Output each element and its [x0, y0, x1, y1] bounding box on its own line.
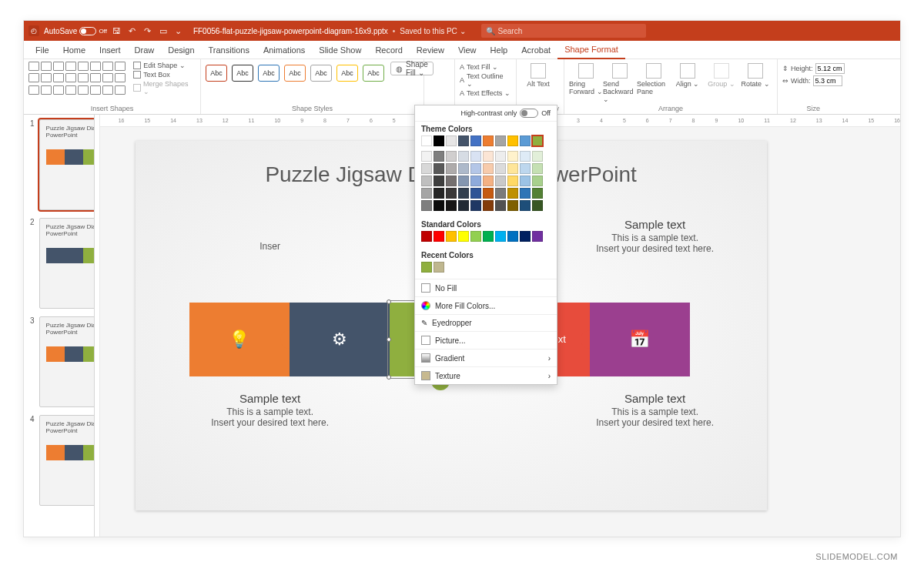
align-button[interactable]: Align ⌄ [671, 62, 705, 103]
color-swatch[interactable] [446, 135, 457, 146]
slide-thumbnail[interactable]: Puzzle Jigsaw Diagram for PowerPoint [39, 316, 95, 407]
callout-top-right[interactable]: Sample text This is a sample text. Inser… [567, 218, 744, 254]
callout-top-left[interactable]: Inser [182, 241, 359, 252]
color-swatch[interactable] [446, 151, 457, 162]
color-swatch[interactable] [470, 151, 481, 162]
tab-help[interactable]: Help [484, 41, 515, 59]
search-input[interactable]: 🔍 Search [481, 24, 646, 38]
color-swatch[interactable] [532, 135, 543, 146]
height-field[interactable]: ⇕Height: [782, 63, 845, 74]
color-swatch[interactable] [495, 200, 506, 211]
color-swatch[interactable] [532, 200, 543, 211]
save-status[interactable]: Saved to this PC ⌄ [400, 27, 465, 35]
tab-acrobat[interactable]: Acrobat [514, 41, 557, 59]
color-swatch[interactable] [483, 200, 494, 211]
color-swatch[interactable] [507, 231, 518, 242]
color-swatch[interactable] [532, 231, 543, 242]
autosave-toggle[interactable]: AutoSave Off [44, 27, 107, 35]
slide-thumbnail[interactable]: Puzzle Jigsaw Diagram for PowerPoint [39, 119, 95, 210]
tab-slideshow[interactable]: Slide Show [312, 41, 368, 59]
qat-dropdown-icon[interactable]: ⌄ [173, 25, 184, 36]
color-swatch[interactable] [458, 200, 469, 211]
puzzle-piece-5[interactable]: 📅 [590, 303, 690, 376]
color-swatch[interactable] [532, 151, 543, 162]
resize-handle[interactable] [387, 337, 391, 342]
high-contrast-toggle[interactable] [520, 109, 538, 118]
text-fill-button[interactable]: AText Fill ⌄ [460, 63, 511, 71]
tab-shape-format[interactable]: Shape Format [557, 41, 625, 59]
merge-shapes-button[interactable]: Merge Shapes ⌄ [133, 80, 196, 95]
color-swatch[interactable] [483, 163, 494, 174]
color-swatch[interactable] [495, 231, 506, 242]
tab-review[interactable]: Review [410, 41, 451, 59]
color-swatch[interactable] [520, 163, 531, 174]
color-swatch[interactable] [421, 262, 432, 273]
color-swatch[interactable] [520, 188, 531, 199]
slide-thumbnail[interactable]: Puzzle Jigsaw Diagram for PowerPoint [39, 218, 95, 309]
picture-fill-item[interactable]: Picture... [415, 331, 557, 349]
slide-thumbnail[interactable]: Puzzle Jigsaw Diagram for PowerPoint [39, 415, 95, 506]
tab-draw[interactable]: Draw [128, 41, 162, 59]
text-effects-button[interactable]: AText Effects ⌄ [460, 89, 511, 97]
selection-pane-button[interactable]: Selection Pane [637, 62, 671, 103]
rotate-button[interactable]: Rotate ⌄ [738, 62, 772, 103]
color-swatch[interactable] [421, 231, 432, 242]
texture-fill-item[interactable]: Texture› [415, 366, 557, 384]
color-swatch[interactable] [421, 135, 432, 146]
color-swatch[interactable] [507, 135, 518, 146]
tab-record[interactable]: Record [368, 41, 409, 59]
save-icon[interactable]: 🖫 [112, 25, 122, 36]
color-swatch[interactable] [470, 135, 481, 146]
color-swatch[interactable] [446, 200, 457, 211]
color-swatch[interactable] [421, 151, 432, 162]
color-swatch[interactable] [483, 135, 494, 146]
color-swatch[interactable] [495, 151, 506, 162]
color-swatch[interactable] [507, 188, 518, 199]
color-swatch[interactable] [458, 188, 469, 199]
no-fill-item[interactable]: No Fill [415, 279, 557, 296]
start-slideshow-icon[interactable]: ▭ [158, 25, 169, 36]
tab-insert[interactable]: Insert [92, 41, 128, 59]
color-swatch[interactable] [470, 176, 481, 186]
tab-design[interactable]: Design [161, 41, 201, 59]
width-field[interactable]: ⇔Width: [782, 75, 845, 86]
color-swatch[interactable] [434, 200, 444, 211]
send-backward-button[interactable]: Send Backward ⌄ [603, 62, 637, 103]
tab-file[interactable]: File [28, 41, 56, 59]
color-swatch[interactable] [532, 176, 543, 186]
tab-view[interactable]: View [451, 41, 484, 59]
color-swatch[interactable] [434, 163, 444, 174]
callout-bottom-left[interactable]: Sample text This is a sample text. Inser… [182, 392, 359, 428]
color-swatch[interactable] [446, 163, 457, 174]
color-swatch[interactable] [434, 176, 444, 186]
group-button[interactable]: Group ⌄ [705, 62, 738, 103]
color-swatch[interactable] [446, 176, 457, 186]
color-swatch[interactable] [495, 163, 506, 174]
text-outline-button[interactable]: AText Outline ⌄ [460, 72, 511, 88]
color-swatch[interactable] [421, 188, 432, 199]
color-swatch[interactable] [520, 176, 531, 186]
resize-handle[interactable] [387, 375, 391, 380]
color-swatch[interactable] [434, 151, 444, 162]
tab-animations[interactable]: Animations [256, 41, 312, 59]
color-swatch[interactable] [470, 163, 481, 174]
color-swatch[interactable] [434, 188, 444, 199]
color-swatch[interactable] [421, 163, 432, 174]
color-swatch[interactable] [458, 151, 469, 162]
color-swatch[interactable] [520, 151, 531, 162]
color-swatch[interactable] [458, 231, 469, 242]
color-swatch[interactable] [495, 135, 506, 146]
color-swatch[interactable] [470, 188, 481, 199]
undo-icon[interactable]: ↶ [127, 25, 138, 36]
color-swatch[interactable] [434, 135, 444, 146]
text-box-button[interactable]: Text Box [133, 71, 196, 79]
puzzle-piece-1[interactable]: 💡 [189, 303, 290, 376]
color-swatch[interactable] [458, 176, 469, 186]
bring-forward-button[interactable]: Bring Forward ⌄ [569, 62, 603, 103]
redo-icon[interactable]: ↷ [142, 25, 153, 36]
shapes-gallery[interactable] [28, 62, 127, 95]
color-swatch[interactable] [483, 151, 494, 162]
color-swatch[interactable] [421, 200, 432, 211]
color-swatch[interactable] [470, 200, 481, 211]
color-swatch[interactable] [483, 188, 494, 199]
